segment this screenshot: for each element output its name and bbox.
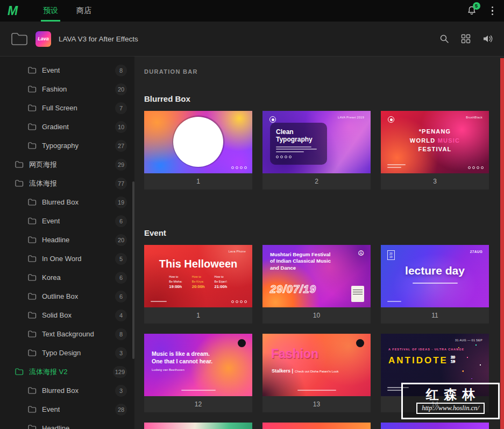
search-icon bbox=[439, 34, 449, 44]
sidebar-item[interactable]: Event 28 bbox=[0, 400, 134, 419]
preset-card[interactable] bbox=[262, 423, 371, 429]
preset-grid: Jazz at the SYDNEY OPERA HOUSE July 28 1 bbox=[144, 111, 499, 189]
sidebar-item[interactable]: Headline bbox=[0, 419, 134, 429]
notifications-button[interactable]: 5 bbox=[466, 5, 478, 17]
preset-thumbnail[interactable] bbox=[262, 423, 371, 429]
folder-icon bbox=[28, 104, 37, 111]
preset-thumbnail[interactable]: 20 19 27AUG lecture day bbox=[381, 245, 489, 307]
speaker-icon bbox=[482, 34, 493, 44]
preset-card[interactable]: 20 19 27AUG lecture day 11 bbox=[381, 245, 489, 323]
sidebar-item[interactable]: Typography 27 bbox=[0, 136, 134, 155]
sidebar-item-count: 8 bbox=[115, 65, 127, 76]
preset-card[interactable]: Lava Phone This Helloween How toBe Misha… bbox=[144, 245, 252, 323]
preset-thumbnail[interactable]: Music is like a dream. One that I cannot… bbox=[144, 334, 252, 396]
sidebar-item[interactable]: Solid Box 4 bbox=[0, 306, 134, 325]
preset-thumbnail[interactable]: ☮ Mushtari Begum Festival of Indian Clas… bbox=[262, 245, 371, 307]
social-icons bbox=[468, 166, 484, 169]
sidebar-item-label: Event bbox=[42, 66, 60, 74]
sidebar-item[interactable]: Headline 20 bbox=[0, 230, 134, 249]
sidebar-item-label: Headline bbox=[42, 236, 69, 244]
preset-number: 1 bbox=[144, 307, 252, 323]
folder-icon bbox=[28, 312, 37, 319]
preset-card[interactable]: BrushBlack *PENANG WORLD MUSIC FESTIVAL … bbox=[381, 111, 489, 189]
sidebar-item[interactable]: Blurred Box 3 bbox=[0, 381, 134, 400]
preset-thumbnail[interactable]: Lava Phone This Helloween How toBe Misha… bbox=[144, 245, 252, 307]
preset-card[interactable]: Jazz at the SYDNEY OPERA HOUSE July 28 1 bbox=[144, 111, 252, 189]
tab-store[interactable]: 商店 bbox=[75, 0, 93, 22]
page-scrollbar[interactable] bbox=[500, 58, 504, 429]
aperture-logo-icon bbox=[388, 116, 394, 123]
folder-icon bbox=[28, 67, 37, 74]
sidebar-item-label: 流体海报 V2 bbox=[29, 367, 68, 377]
thumb-title: lecture day bbox=[381, 264, 489, 277]
menu-button[interactable] bbox=[488, 4, 497, 18]
app-logo[interactable]: M bbox=[8, 4, 31, 18]
sidebar-item[interactable]: Gradient 10 bbox=[0, 117, 134, 136]
sidebar-item-count: 3 bbox=[115, 385, 127, 397]
thumb-author: Ludwig van Beethoven bbox=[152, 368, 184, 371]
thumb-date: 27AUG bbox=[470, 250, 482, 254]
placeholder-text-bars bbox=[297, 388, 336, 392]
preset-card[interactable] bbox=[144, 423, 252, 429]
preset-thumbnail[interactable]: LAVA Preset 2019 Clean Typography bbox=[262, 111, 371, 173]
sidebar-item[interactable]: Korea 6 bbox=[0, 268, 134, 287]
sidebar-item[interactable]: Event 8 bbox=[0, 61, 134, 80]
preset-number: 13 bbox=[262, 396, 371, 412]
sidebar-item[interactable]: Full Screen 7 bbox=[0, 99, 134, 117]
social-icons bbox=[276, 156, 321, 158]
sidebar-item[interactable]: Fashion 20 bbox=[0, 80, 134, 99]
preset-number: 3 bbox=[381, 173, 489, 189]
preset-thumbnail[interactable]: BrushBlack *PENANG WORLD MUSIC FESTIVAL bbox=[381, 111, 489, 173]
folder-icon bbox=[28, 86, 37, 93]
preset-thumbnail[interactable] bbox=[144, 423, 252, 429]
thumb-title: Clean bbox=[276, 128, 321, 136]
logo-dot-icon bbox=[238, 339, 246, 347]
preset-thumbnail[interactable]: Fashion Stalkers |Check out Disha Patani… bbox=[262, 334, 371, 396]
sidebar-item[interactable]: Outline Box 6 bbox=[0, 287, 134, 306]
sidebar-item[interactable]: 网页海报 29 bbox=[0, 155, 134, 174]
sidebar-item[interactable]: Event 6 bbox=[0, 212, 134, 230]
sidebar-item[interactable]: Typo Design 3 bbox=[0, 343, 134, 362]
sidebar-item[interactable]: In One Word 5 bbox=[0, 249, 134, 268]
preset-number: 1 bbox=[144, 173, 252, 189]
sidebar-item-label: Gradient bbox=[42, 123, 69, 131]
sidebar-item-label: Solid Box bbox=[42, 311, 72, 319]
folder-icon bbox=[28, 387, 37, 394]
preset-card[interactable]: ☮ Mushtari Begum Festival of Indian Clas… bbox=[262, 245, 371, 323]
sidebar-item-label: Typo Design bbox=[42, 349, 81, 357]
sound-button[interactable] bbox=[482, 34, 493, 44]
sidebar-item-label: Event bbox=[42, 217, 60, 225]
watermark: 红森林 http://www.hoslin.cn/ bbox=[401, 383, 500, 419]
placeholder-text-bars bbox=[413, 283, 458, 284]
pack-thumbnail[interactable]: Lava bbox=[36, 31, 51, 47]
sidebar-item-count: 27 bbox=[115, 140, 127, 152]
preset-thumbnail[interactable]: Jazz at the SYDNEY OPERA HOUSE July 28 bbox=[144, 111, 252, 173]
sidebar-item[interactable]: 流体海报 V2 129 bbox=[0, 362, 134, 381]
preset-card[interactable]: Fashion Stalkers |Check out Disha Patani… bbox=[262, 334, 371, 412]
preset-number: 2 bbox=[262, 173, 371, 189]
sidebar-item[interactable]: Blurred Box 19 bbox=[0, 193, 134, 212]
search-button[interactable] bbox=[439, 34, 449, 44]
sidebar-item[interactable]: 流体海报 77 bbox=[0, 174, 134, 193]
thumb-title: Mushtari Begum Festival of Indian Classi… bbox=[270, 251, 335, 271]
tab-presets[interactable]: 预设 bbox=[42, 0, 59, 22]
folder-icon bbox=[28, 349, 37, 356]
preset-card[interactable]: LAVA Preset 2019 Clean Typography 2 bbox=[262, 111, 371, 189]
preset-card[interactable] bbox=[381, 423, 489, 429]
placeholder-text-bars bbox=[387, 163, 406, 170]
thumb-title: Typography bbox=[276, 136, 321, 143]
grid-view-button[interactable] bbox=[461, 34, 471, 44]
preset-card[interactable]: Music is like a dream. One that I cannot… bbox=[144, 334, 252, 412]
sidebar-item-label: Fashion bbox=[42, 85, 67, 93]
folder-icon bbox=[28, 425, 37, 429]
sidebar-item-count: 6 bbox=[115, 291, 127, 303]
pack-thumbnail-label: Lava bbox=[38, 36, 49, 41]
blurred-overlay: Jazz at the SYDNEY OPERA HOUSE July 28 bbox=[172, 115, 225, 168]
sidebar-item[interactable]: Text Background 8 bbox=[0, 325, 134, 343]
sidebar-item-label: In One Word bbox=[42, 255, 81, 263]
preset-thumbnail[interactable] bbox=[381, 423, 489, 429]
folder-icon[interactable] bbox=[11, 32, 28, 46]
folder-icon bbox=[28, 406, 37, 413]
duration-bar-label[interactable]: DURATION BAR bbox=[144, 68, 198, 75]
sidebar-item-label: Korea bbox=[42, 273, 61, 282]
